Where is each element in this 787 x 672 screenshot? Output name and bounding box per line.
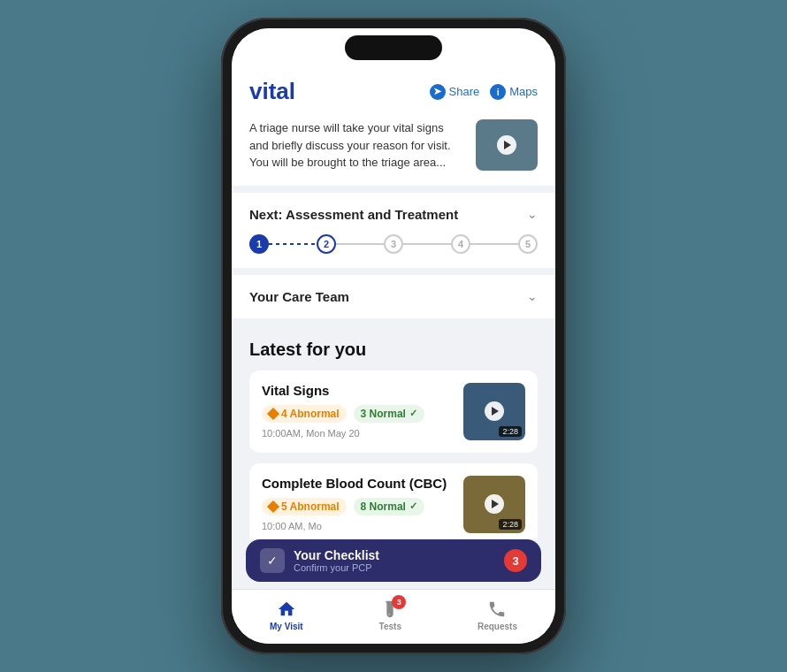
step-3: 3 [384, 234, 403, 254]
cbc-title: Complete Blood Count (CBC) [262, 476, 453, 491]
nav-requests[interactable]: Requests [463, 597, 531, 633]
vital-signs-title: Vital Signs [262, 383, 453, 398]
app-title: vital [249, 78, 295, 105]
next-section-row[interactable]: Next: Assessment and Treatment ⌄ [249, 207, 538, 222]
step-line-2 [336, 243, 384, 245]
cbc-abnormal-badge: 5 Abnormal [262, 498, 347, 515]
tube-icon: 3 [379, 599, 401, 620]
tests-badge: 3 [392, 595, 406, 609]
checklist-subtitle: Confirm your PCP [294, 562, 495, 573]
info-icon: i [490, 84, 506, 100]
step-5: 5 [518, 234, 538, 254]
checklist-icon: ✓ [260, 548, 285, 573]
next-section-title: Next: Assessment and Treatment [249, 207, 458, 222]
header: vital ➤ Share i Maps [232, 67, 555, 112]
house-icon [276, 599, 297, 620]
cbc-play-icon [492, 500, 499, 508]
progress-bar: 1 2 3 4 5 [249, 234, 538, 254]
latest-title: Latest for you [249, 340, 538, 360]
care-section: Your Care Team ⌄ [232, 275, 555, 318]
vital-signs-badges: 4 Abnormal 3 Normal ✓ [262, 405, 453, 423]
care-section-row[interactable]: Your Care Team ⌄ [249, 289, 538, 304]
vital-play-icon [492, 407, 499, 416]
triage-section: A triage nurse will take your vital sign… [232, 112, 555, 186]
cbc-diamond-icon [267, 500, 279, 512]
phone-frame: vital ➤ Share i Maps A triage nurse will… [221, 18, 566, 654]
triage-text: A triage nurse will take your vital sign… [249, 119, 465, 172]
checklist-bar[interactable]: ✓ Your Checklist Confirm your PCP 3 [246, 539, 541, 582]
notch-area [232, 28, 555, 67]
triage-video[interactable] [476, 119, 538, 171]
step-line-3 [403, 243, 451, 245]
checklist-badge: 3 [504, 549, 527, 572]
step-line-4 [470, 243, 518, 245]
nav-my-visit[interactable]: My Visit [256, 597, 317, 633]
divider-3 [232, 318, 555, 325]
vital-signs-content: Vital Signs 4 Abnormal 3 Normal ✓ 10: [262, 383, 453, 439]
cbc-play-button[interactable] [485, 494, 504, 514]
cbc-content: Complete Blood Count (CBC) 5 Abnormal 8 … [262, 476, 453, 531]
dynamic-island [345, 35, 442, 60]
care-team-title: Your Care Team [249, 289, 349, 304]
share-icon: ➤ [430, 84, 446, 100]
check-icon: ✓ [409, 408, 417, 419]
play-button[interactable] [497, 135, 516, 155]
vital-signs-video[interactable]: 2:28 [463, 383, 525, 440]
vital-abnormal-badge: 4 Abnormal [262, 405, 347, 423]
phone-screen: vital ➤ Share i Maps A triage nurse will… [232, 28, 555, 644]
header-actions: ➤ Share i Maps [430, 84, 539, 100]
vital-play-button[interactable] [485, 401, 504, 421]
cbc-card[interactable]: Complete Blood Count (CBC) 5 Abnormal 8 … [249, 463, 538, 540]
cbc-check-icon: ✓ [409, 500, 417, 512]
share-button[interactable]: ➤ Share [430, 84, 480, 100]
nav-tests[interactable]: 3 Tests [365, 597, 416, 633]
bottom-nav: My Visit 3 Tests Requests [232, 589, 555, 644]
next-chevron-icon: ⌄ [527, 207, 538, 221]
step-2: 2 [317, 234, 336, 254]
cbc-video-duration: 2:28 [499, 519, 522, 530]
vital-normal-badge: 3 Normal ✓ [354, 405, 424, 423]
nav-my-visit-label: My Visit [270, 622, 303, 631]
cbc-normal-badge: 8 Normal ✓ [354, 498, 424, 515]
step-4: 4 [451, 234, 470, 254]
cbc-time: 10:00 AM, Mo [262, 521, 453, 531]
checklist-title: Your Checklist [294, 548, 495, 562]
latest-section: Latest for you Vital Signs 4 Abnormal 3 … [232, 325, 555, 540]
cbc-video[interactable]: 2:28 [463, 476, 525, 533]
vital-video-duration: 2:28 [499, 426, 522, 437]
divider-2 [232, 268, 555, 275]
nav-tests-label: Tests [379, 622, 401, 631]
checklist-text: Your Checklist Confirm your PCP [294, 548, 495, 573]
care-chevron-icon: ⌄ [527, 289, 538, 303]
maps-button[interactable]: i Maps [490, 84, 538, 100]
step-line-1 [269, 243, 317, 245]
next-section: Next: Assessment and Treatment ⌄ 1 2 3 4… [232, 193, 555, 268]
diamond-icon [267, 407, 279, 419]
divider-1 [232, 186, 555, 193]
vital-signs-time: 10:00AM, Mon May 20 [262, 428, 453, 439]
vital-signs-card[interactable]: Vital Signs 4 Abnormal 3 Normal ✓ 10: [249, 370, 538, 453]
phone-icon [486, 599, 508, 620]
nav-requests-label: Requests [478, 622, 517, 631]
play-icon [504, 141, 511, 149]
scroll-area[interactable]: vital ➤ Share i Maps A triage nurse will… [232, 67, 555, 539]
step-1: 1 [249, 234, 269, 254]
cbc-badges: 5 Abnormal 8 Normal ✓ [262, 498, 453, 515]
